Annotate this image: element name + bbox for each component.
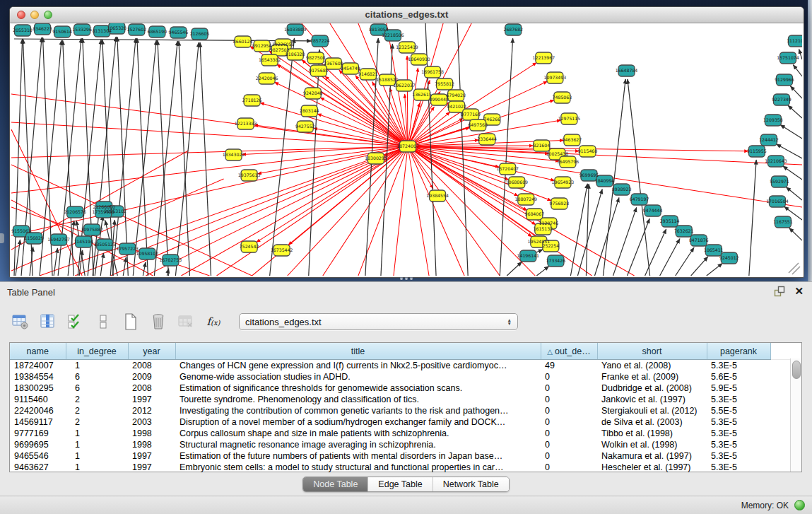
function-builder-button[interactable]: f(x) [203, 311, 224, 332]
graph-node[interactable] [771, 176, 787, 187]
graph-edge[interactable] [408, 146, 532, 237]
table-cell[interactable]: 19384554 [10, 371, 66, 382]
citation-graph[interactable]: 1872400786601248912954192260589827503165… [11, 23, 802, 276]
window-titlebar[interactable]: citations_edges.txt [10, 7, 804, 23]
graph-node[interactable] [534, 140, 550, 151]
graph-edge[interactable] [100, 253, 103, 276]
graph-node[interactable] [119, 243, 136, 255]
graph-edge[interactable] [507, 262, 522, 276]
graph-node[interactable] [384, 30, 401, 41]
graph-node[interactable] [414, 89, 430, 100]
table-cell[interactable]: 2009 [128, 371, 175, 382]
close-panel-icon[interactable]: ✕ [794, 286, 804, 297]
table-cell[interactable]: Investigating the contribution of common… [175, 405, 541, 416]
table-cell[interactable]: 22420046 [10, 405, 66, 416]
table-settings-button[interactable] [10, 311, 31, 332]
graph-node[interactable] [360, 69, 376, 80]
column-header-title[interactable]: title [175, 343, 541, 360]
column-header-pagerank[interactable]: pagerank [707, 343, 770, 360]
graph-node[interactable] [129, 24, 145, 35]
graph-node[interactable] [287, 49, 303, 60]
graph-node[interactable] [547, 72, 563, 83]
column-header-in_degree[interactable]: in_degree [66, 343, 128, 360]
graph-node[interactable] [430, 190, 446, 201]
table-selector-dropdown[interactable]: citations_edges.txt ▲▼ [239, 313, 518, 330]
table-cell[interactable]: Franke et al. (2009) [597, 371, 707, 382]
graph-node[interactable] [325, 58, 341, 69]
table-cell[interactable]: Embryonic stem cells: a model to study s… [175, 462, 541, 473]
network-canvas[interactable]: 1872400786601248912954192260589827503165… [11, 23, 802, 276]
column-header-name[interactable]: name [10, 343, 66, 360]
graph-edge[interactable] [793, 65, 802, 76]
table-cell[interactable]: 9777169 [10, 428, 66, 439]
table-cell[interactable]: 0 [541, 439, 597, 450]
table-cell[interactable]: 1 [66, 439, 128, 450]
graph-node[interactable] [297, 121, 313, 132]
graph-edge[interactable] [613, 207, 637, 276]
table-row[interactable]: 946362711997Embryonic stem cells: a mode… [10, 462, 791, 473]
graph-node[interactable] [396, 80, 412, 91]
row-height-button[interactable] [93, 311, 114, 332]
table-cell[interactable]: 9115460 [10, 394, 66, 405]
graph-node[interactable] [676, 226, 692, 237]
graph-edge[interactable] [158, 40, 168, 276]
table-cell[interactable]: 5.3E-5 [707, 360, 770, 372]
table-row[interactable]: 977716911998Corpus callosum shape and si… [10, 428, 791, 439]
window-resize-grip[interactable] [789, 263, 800, 274]
graph-node[interactable] [259, 73, 275, 84]
table-cell[interactable]: 0 [541, 371, 597, 382]
graph-edge[interactable] [179, 41, 189, 276]
table-cell[interactable]: 1 [66, 450, 128, 462]
graph-edge[interactable] [645, 229, 666, 276]
graph-node[interactable] [705, 245, 722, 256]
table-cell[interactable]: 0 [541, 382, 597, 394]
table-cell[interactable]: 1 [66, 428, 128, 439]
graph-edge[interactable] [788, 105, 802, 118]
table-cell[interactable]: 5.9E-5 [707, 382, 770, 394]
graph-node[interactable] [509, 177, 525, 188]
table-cell[interactable]: Tibbo et al. (1998) [597, 428, 707, 439]
graph-edge[interactable] [594, 197, 618, 276]
graph-node[interactable] [631, 194, 647, 205]
table-cell[interactable]: Changes of HCN gene expression and I(f) … [175, 360, 541, 372]
table-cell[interactable]: 18724007 [10, 360, 66, 372]
graph-node[interactable] [139, 248, 155, 259]
graph-node[interactable] [520, 250, 536, 262]
table-cell[interactable]: de Silva et al. (2003) [597, 416, 707, 428]
table-cell[interactable]: 0 [541, 428, 597, 439]
graph-node[interactable] [470, 119, 486, 131]
table-cell[interactable]: 5.5E-5 [707, 405, 770, 416]
graph-node[interactable] [76, 236, 92, 247]
table-cell[interactable]: Hescheler et al. (1997) [597, 462, 707, 473]
graph-node[interactable] [561, 113, 577, 124]
table-row[interactable]: 911546021997Tourette syndrome. Phenomeno… [10, 394, 791, 405]
table-cell[interactable]: Structural magnetic resonance image aver… [175, 439, 541, 450]
graph-hub-node[interactable] [399, 141, 416, 152]
graph-node[interactable] [74, 24, 90, 35]
table-cell[interactable]: 5.3E-5 [707, 439, 770, 450]
table-cell[interactable]: 5.3E-5 [707, 450, 770, 462]
table-cell[interactable]: 2008 [128, 382, 175, 394]
graph-node[interactable] [773, 94, 789, 105]
table-cell[interactable]: 6 [66, 371, 128, 382]
graph-node[interactable] [776, 74, 792, 86]
table-scrollbar-thumb[interactable] [792, 361, 801, 379]
graph-node[interactable] [618, 65, 635, 76]
table-cell[interactable]: Yano et al. (2008) [597, 360, 707, 372]
left-splitter-handle[interactable] [0, 233, 4, 243]
table-cell[interactable]: 0 [541, 450, 597, 462]
graph-node[interactable] [170, 27, 187, 38]
graph-node[interactable] [237, 118, 254, 129]
minimize-window-icon[interactable] [30, 11, 39, 19]
graph-node[interactable] [765, 115, 781, 126]
table-row[interactable]: 1938455462009Genome-wide association stu… [10, 371, 791, 382]
table-cell[interactable]: 9699695 [10, 439, 66, 450]
graph-node[interactable] [518, 194, 534, 205]
graph-node[interactable] [554, 92, 570, 103]
graph-edge[interactable] [536, 266, 549, 276]
graph-edge[interactable] [691, 257, 708, 276]
column-header-year[interactable]: year [128, 343, 175, 360]
table-row[interactable]: 1872400712008Changes of HCN gene express… [10, 360, 791, 372]
panel-splitter-handle[interactable] [400, 277, 413, 281]
table-row[interactable]: 1830029562008Estimation of significance … [10, 382, 791, 394]
